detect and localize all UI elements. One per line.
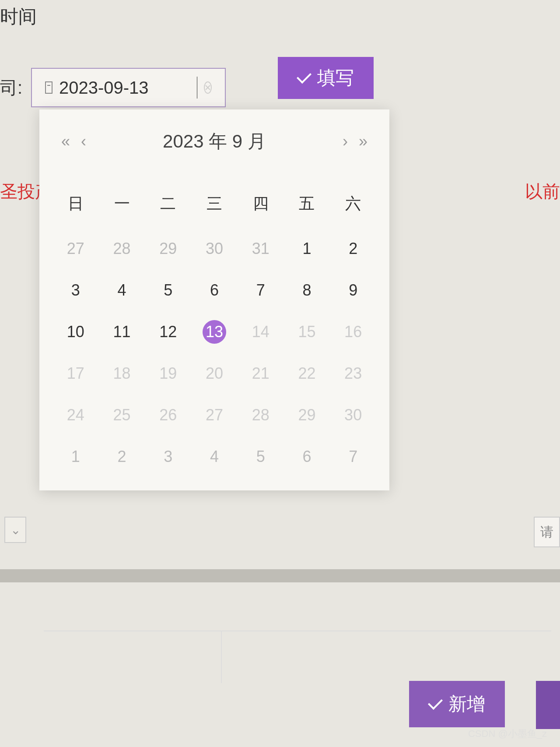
day-cell[interactable]: 5 — [238, 436, 284, 477]
grey-bar — [0, 569, 560, 582]
weekday-cell: 五 — [284, 193, 330, 215]
day-cell[interactable]: 8 — [284, 269, 330, 311]
calendar-popup: « ‹ 2023 年 9 月 › » 日一二三四五六 2728293031123… — [39, 109, 389, 490]
day-cell[interactable]: 6 — [284, 436, 330, 477]
day-cell: 27 — [191, 394, 238, 436]
day-cell[interactable]: 9 — [330, 269, 376, 311]
date-input-wrapper[interactable] — [31, 68, 226, 107]
prev-month-icon[interactable]: ‹ — [81, 132, 86, 151]
day-cell: 18 — [99, 352, 145, 394]
day-cell[interactable]: 6 — [191, 269, 238, 311]
vertical-divider — [221, 631, 222, 683]
day-cell: 22 — [284, 352, 330, 394]
day-cell[interactable]: 3 — [145, 436, 191, 477]
day-cell[interactable]: 13 — [191, 311, 238, 352]
day-cell[interactable]: 11 — [99, 311, 145, 352]
day-cell[interactable]: 7 — [330, 436, 376, 477]
prev-year-icon[interactable]: « — [61, 132, 70, 151]
day-cell: 14 — [238, 311, 284, 352]
day-cell[interactable]: 29 — [145, 228, 191, 269]
day-cell: 24 — [52, 394, 99, 436]
day-cell: 17 — [52, 352, 99, 394]
weekday-cell: 三 — [191, 193, 238, 215]
bg-text-right: 以前 — [525, 180, 560, 204]
day-cell[interactable]: 2 — [99, 436, 145, 477]
date-input[interactable] — [59, 78, 173, 98]
new-button[interactable]: 新增 — [409, 681, 505, 727]
day-cell[interactable]: 4 — [99, 269, 145, 311]
day-cell[interactable]: 3 — [52, 269, 99, 311]
weekday-cell: 日 — [52, 193, 99, 215]
day-cell[interactable]: 31 — [238, 228, 284, 269]
day-cell: 23 — [330, 352, 376, 394]
day-cell: 26 — [145, 394, 191, 436]
check-icon — [428, 695, 443, 710]
check-icon — [297, 69, 312, 84]
day-cell[interactable]: 4 — [191, 436, 238, 477]
days-grid: 2728293031123456789101112131415161718192… — [52, 228, 376, 477]
day-cell: 30 — [330, 394, 376, 436]
day-cell[interactable]: 10 — [52, 311, 99, 352]
day-cell[interactable]: 7 — [238, 269, 284, 311]
calendar-title[interactable]: 2023 年 9 月 — [163, 129, 266, 154]
calendar-header: « ‹ 2023 年 9 月 › » — [52, 129, 376, 154]
dropdown-bg[interactable]: ⌄ — [4, 517, 26, 543]
day-cell: 25 — [99, 394, 145, 436]
day-cell: 16 — [330, 311, 376, 352]
next-month-icon[interactable]: › — [343, 132, 348, 151]
nav-prev-group: « ‹ — [61, 132, 86, 151]
watermark: CSDN @小墨鱼_z — [468, 727, 547, 740]
fill-button-label: 填写 — [317, 66, 354, 90]
weekday-row: 日一二三四五六 — [52, 193, 376, 215]
day-cell: 19 — [145, 352, 191, 394]
day-cell[interactable]: 1 — [284, 228, 330, 269]
right-input-stub[interactable]: 请 — [534, 517, 560, 547]
day-cell: 20 — [191, 352, 238, 394]
day-cell: 28 — [238, 394, 284, 436]
date-form-row: 司: — [0, 68, 226, 107]
day-cell[interactable]: 2 — [330, 228, 376, 269]
day-cell[interactable]: 5 — [145, 269, 191, 311]
weekday-cell: 一 — [99, 193, 145, 215]
nav-next-group: › » — [343, 132, 368, 151]
day-cell[interactable]: 1 — [52, 436, 99, 477]
day-cell[interactable]: 12 — [145, 311, 191, 352]
day-cell[interactable]: 30 — [191, 228, 238, 269]
day-cell: 21 — [238, 352, 284, 394]
day-cell[interactable]: 28 — [99, 228, 145, 269]
weekday-cell: 二 — [145, 193, 191, 215]
weekday-cell: 四 — [238, 193, 284, 215]
day-cell: 29 — [284, 394, 330, 436]
next-year-icon[interactable]: » — [359, 132, 368, 151]
day-cell[interactable]: 27 — [52, 228, 99, 269]
new-button-label: 新增 — [448, 692, 485, 716]
clear-icon[interactable] — [204, 81, 212, 94]
calendar-icon — [45, 81, 52, 94]
form-label: 司: — [0, 76, 22, 100]
page-title: 时间 — [0, 4, 37, 29]
weekday-cell: 六 — [330, 193, 376, 215]
day-cell: 15 — [284, 311, 330, 352]
text-cursor — [197, 77, 197, 99]
fill-button[interactable]: 填写 — [278, 57, 374, 99]
button-stub[interactable] — [536, 681, 560, 729]
divider-line — [44, 631, 551, 631]
